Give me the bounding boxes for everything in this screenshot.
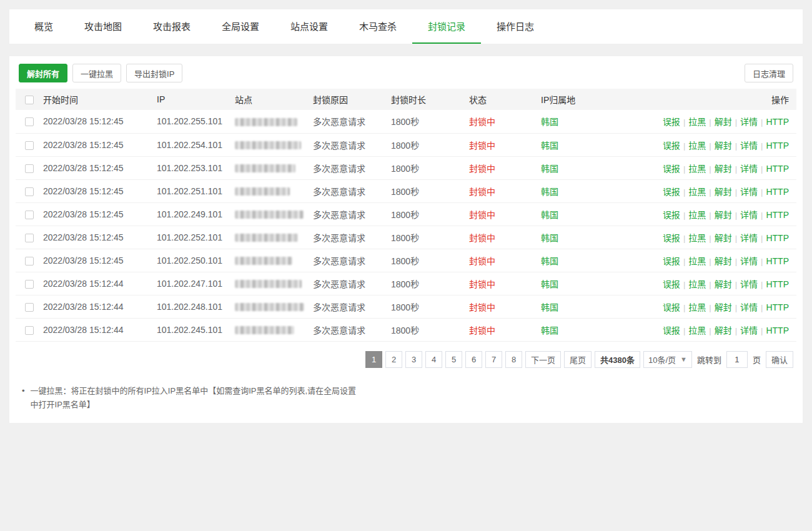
- row-checkbox[interactable]: [25, 234, 34, 242]
- page-number[interactable]: 8: [505, 351, 522, 368]
- unblock-link[interactable]: 解封: [715, 256, 732, 266]
- row-ip-location: 韩国: [535, 179, 646, 202]
- row-checkbox[interactable]: [25, 257, 34, 266]
- nav-tab[interactable]: 概览: [19, 9, 69, 44]
- detail-link[interactable]: 详情: [740, 187, 758, 197]
- http-link[interactable]: HTTP: [766, 164, 789, 174]
- blacklist-all-button[interactable]: 一键拉黑: [72, 64, 121, 82]
- unblock-link[interactable]: 解封: [715, 117, 732, 127]
- page-number[interactable]: 4: [425, 351, 442, 368]
- unblock-link[interactable]: 解封: [715, 141, 732, 151]
- nav-tab[interactable]: 攻击报表: [137, 9, 206, 44]
- nav-tab[interactable]: 木马查杀: [344, 9, 412, 44]
- blacklist-link[interactable]: 拉黑: [688, 325, 706, 335]
- page-number[interactable]: 3: [405, 351, 422, 368]
- false-positive-link[interactable]: 误报: [663, 233, 680, 243]
- page-number[interactable]: 5: [445, 351, 462, 368]
- http-link[interactable]: HTTP: [766, 325, 789, 335]
- blacklist-link[interactable]: 拉黑: [688, 210, 706, 220]
- detail-link[interactable]: 详情: [740, 325, 758, 335]
- nav-tab[interactable]: 操作日志: [481, 9, 550, 44]
- select-all-checkbox[interactable]: [25, 96, 34, 104]
- row-checkbox[interactable]: [25, 141, 34, 150]
- http-link[interactable]: HTTP: [766, 302, 789, 312]
- detail-link[interactable]: 详情: [740, 164, 758, 174]
- http-link[interactable]: HTTP: [766, 141, 789, 151]
- page-size-select[interactable]: 10条/页 ▼: [643, 351, 692, 368]
- page-number[interactable]: 7: [485, 351, 502, 368]
- row-ip: 101.202.251.101: [151, 179, 229, 202]
- detail-link[interactable]: 详情: [740, 233, 758, 243]
- export-blocked-ip-button[interactable]: 导出封锁IP: [126, 64, 182, 82]
- next-page-button[interactable]: 下一页: [525, 351, 561, 368]
- blacklist-link[interactable]: 拉黑: [688, 233, 706, 243]
- action-separator: |: [735, 164, 737, 174]
- http-link[interactable]: HTTP: [766, 279, 789, 289]
- action-separator: |: [709, 257, 711, 266]
- blacklist-link[interactable]: 拉黑: [688, 302, 706, 312]
- row-checkbox[interactable]: [25, 303, 34, 312]
- table-row: 2022/03/28 15:12:45 101.202.250.101 多次恶意…: [16, 249, 796, 272]
- unblock-link[interactable]: 解封: [715, 233, 732, 243]
- blacklist-link[interactable]: 拉黑: [688, 164, 706, 174]
- false-positive-link[interactable]: 误报: [663, 164, 680, 174]
- unblock-link[interactable]: 解封: [715, 325, 732, 335]
- unblock-link[interactable]: 解封: [715, 187, 732, 197]
- unblock-all-button[interactable]: 解封所有: [19, 64, 67, 82]
- table-header-row: 开始时间 IP 站点 封锁原因 封锁时长 状态 IP归属地 操作: [16, 89, 796, 110]
- http-link[interactable]: HTTP: [766, 210, 789, 220]
- detail-link[interactable]: 详情: [740, 141, 758, 151]
- row-block-reason: 多次恶意请求: [307, 156, 385, 179]
- detail-link[interactable]: 详情: [740, 302, 758, 312]
- false-positive-link[interactable]: 误报: [663, 141, 680, 151]
- nav-tab[interactable]: 攻击地图: [69, 9, 137, 44]
- page-number[interactable]: 2: [385, 351, 402, 368]
- unblock-link[interactable]: 解封: [715, 279, 732, 289]
- http-link[interactable]: HTTP: [766, 256, 789, 266]
- blacklist-link[interactable]: 拉黑: [688, 279, 706, 289]
- row-site-redacted: [235, 280, 302, 288]
- row-checkbox[interactable]: [25, 117, 34, 126]
- log-cleanup-button[interactable]: 日志清理: [745, 64, 793, 82]
- confirm-button[interactable]: 确认: [766, 351, 793, 368]
- http-link[interactable]: HTTP: [766, 117, 789, 127]
- row-checkbox[interactable]: [25, 187, 34, 196]
- detail-link[interactable]: 详情: [740, 279, 758, 289]
- blacklist-link[interactable]: 拉黑: [688, 187, 706, 197]
- nav-tab[interactable]: 全局设置: [206, 9, 275, 44]
- unblock-link[interactable]: 解封: [715, 164, 732, 174]
- col-block-reason: 封锁原因: [307, 89, 385, 110]
- page-number[interactable]: 6: [465, 351, 482, 368]
- http-link[interactable]: HTTP: [766, 187, 789, 197]
- detail-link[interactable]: 详情: [740, 117, 758, 127]
- last-page-button[interactable]: 尾页: [564, 351, 592, 368]
- detail-link[interactable]: 详情: [740, 210, 758, 220]
- false-positive-link[interactable]: 误报: [663, 302, 680, 312]
- block-records-body: 2022/03/28 15:12:45 101.202.255.101 多次恶意…: [16, 110, 796, 341]
- row-checkbox[interactable]: [25, 211, 34, 219]
- detail-link[interactable]: 详情: [740, 256, 758, 266]
- row-checkbox[interactable]: [25, 326, 34, 335]
- row-checkbox[interactable]: [25, 280, 34, 289]
- false-positive-link[interactable]: 误报: [663, 256, 680, 266]
- unblock-link[interactable]: 解封: [715, 210, 732, 220]
- jump-page-input[interactable]: [726, 351, 748, 368]
- nav-tab[interactable]: 站点设置: [275, 9, 344, 44]
- action-separator: |: [709, 303, 711, 312]
- row-block-reason: 多次恶意请求: [307, 272, 385, 295]
- blacklist-link[interactable]: 拉黑: [688, 256, 706, 266]
- page-size-value: 10条/页: [648, 354, 676, 365]
- nav-tab[interactable]: 封锁记录: [412, 9, 481, 44]
- action-separator: |: [761, 187, 763, 197]
- false-positive-link[interactable]: 误报: [663, 279, 680, 289]
- http-link[interactable]: HTTP: [766, 233, 789, 243]
- page-number[interactable]: 1: [365, 351, 382, 368]
- false-positive-link[interactable]: 误报: [663, 210, 680, 220]
- false-positive-link[interactable]: 误报: [663, 187, 680, 197]
- blacklist-link[interactable]: 拉黑: [688, 141, 706, 151]
- blacklist-link[interactable]: 拉黑: [688, 117, 706, 127]
- false-positive-link[interactable]: 误报: [663, 117, 680, 127]
- row-checkbox[interactable]: [25, 164, 34, 173]
- unblock-link[interactable]: 解封: [715, 302, 732, 312]
- false-positive-link[interactable]: 误报: [663, 325, 680, 335]
